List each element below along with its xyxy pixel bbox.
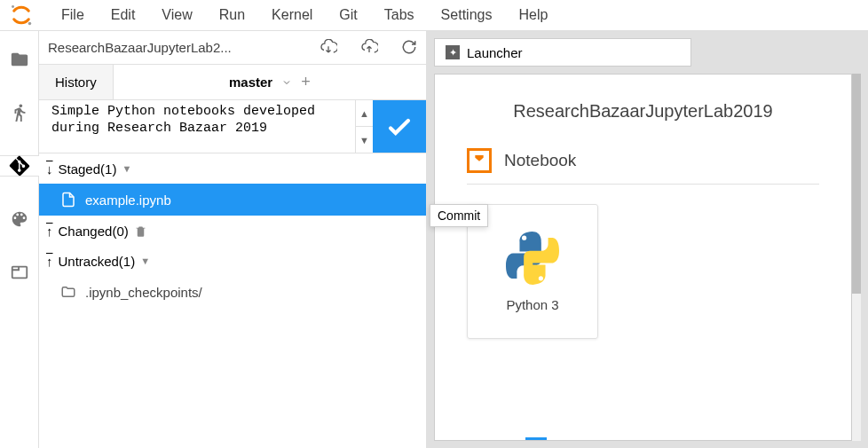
scrollbar[interactable] (852, 74, 861, 441)
chevron-down-icon (281, 77, 292, 88)
untracked-file-row[interactable]: .ipynb_checkpoints/ (39, 276, 426, 308)
stage-up-icon: ↑ (46, 224, 53, 239)
menu-kernel[interactable]: Kernel (258, 2, 326, 28)
new-branch-icon[interactable]: + (301, 73, 311, 91)
svg-point-1 (28, 22, 32, 26)
commit-area: Simple Python notebooks developed during… (39, 100, 426, 153)
tabs-icon[interactable] (9, 262, 30, 283)
staged-filename: example.ipynb (85, 193, 171, 208)
jupyter-logo (9, 3, 34, 28)
launcher-badge-icon: ✦ (446, 45, 460, 59)
history-tab[interactable]: History (39, 65, 114, 99)
menubar: File Edit View Run Kernel Git Tabs Setti… (0, 0, 868, 30)
menu-git[interactable]: Git (326, 2, 370, 28)
file-icon (60, 192, 76, 208)
menu-settings[interactable]: Settings (428, 2, 506, 28)
activity-bar (0, 30, 39, 448)
launcher-underline (525, 437, 547, 440)
svg-point-3 (522, 235, 526, 240)
svg-point-0 (12, 5, 14, 8)
git-icon[interactable] (0, 155, 39, 177)
menu-view[interactable]: View (148, 2, 205, 28)
changed-section[interactable]: ↑ Changed(0) (39, 216, 426, 246)
git-panel: ResearchBazaarJupyterLab2... History mas… (39, 30, 427, 448)
stage-up-icon: ↑ (46, 254, 53, 269)
stage-down-icon: ↓ (46, 161, 53, 177)
svg-point-4 (539, 276, 543, 280)
notebook-section: Notebook (467, 148, 819, 185)
kernel-label: Python 3 (506, 297, 558, 312)
staged-file-row[interactable]: example.ipynb (39, 184, 426, 216)
scrollbar-thumb[interactable] (852, 74, 861, 294)
commit-tooltip: Commit (430, 204, 488, 227)
repo-name: ResearchBazaarJupyterLab2... (48, 40, 232, 55)
palette-icon[interactable] (9, 208, 30, 230)
chevron-down-icon: ▼ (122, 163, 131, 174)
launcher-title: ResearchBazaarJupyterLab2019 (467, 101, 819, 122)
refresh-icon[interactable] (401, 39, 417, 57)
staged-label: Staged(1) (59, 161, 117, 177)
repo-toolbar: ResearchBazaarJupyterLab2... (39, 31, 426, 65)
untracked-label: Untracked(1) (59, 254, 136, 269)
commit-message-input[interactable]: Simple Python notebooks developed during… (39, 100, 355, 153)
scroll-down-icon[interactable]: ▼ (356, 127, 373, 153)
staged-section[interactable]: ↓ Staged(1) ▼ (39, 153, 426, 184)
notebook-icon (467, 148, 492, 173)
launcher-tab[interactable]: ✦ Launcher (434, 38, 691, 67)
untracked-section[interactable]: ↑ Untracked(1) ▼ (39, 246, 426, 276)
launcher-panel: ResearchBazaarJupyterLab2019 Notebook Py… (434, 74, 852, 441)
scroll-up-icon[interactable]: ▲ (356, 100, 373, 127)
folder-icon (60, 284, 76, 300)
changed-label: Changed(0) (59, 224, 129, 239)
untracked-filename: .ipynb_checkpoints/ (85, 285, 202, 300)
main-area: ✦ Launcher ResearchBazaarJupyterLab2019 … (427, 30, 868, 448)
running-icon[interactable] (9, 102, 30, 123)
python-logo-icon (506, 232, 559, 285)
menu-run[interactable]: Run (206, 2, 258, 28)
notebook-section-label: Notebook (504, 151, 576, 170)
menu-tabs[interactable]: Tabs (371, 2, 428, 28)
branch-selector[interactable]: master + (114, 65, 426, 99)
trash-icon[interactable] (134, 224, 147, 238)
menu-help[interactable]: Help (505, 2, 561, 28)
launcher-tab-label: Launcher (467, 45, 523, 60)
push-icon[interactable] (360, 39, 378, 57)
pull-icon[interactable] (320, 39, 337, 57)
menu-edit[interactable]: Edit (98, 2, 149, 28)
folder-icon[interactable] (9, 49, 30, 70)
chevron-down-icon: ▼ (140, 255, 150, 266)
menu-file[interactable]: File (48, 2, 98, 28)
commit-button[interactable] (373, 100, 426, 153)
branch-name: master (229, 75, 272, 90)
commit-scroll: ▲ ▼ (355, 100, 373, 153)
